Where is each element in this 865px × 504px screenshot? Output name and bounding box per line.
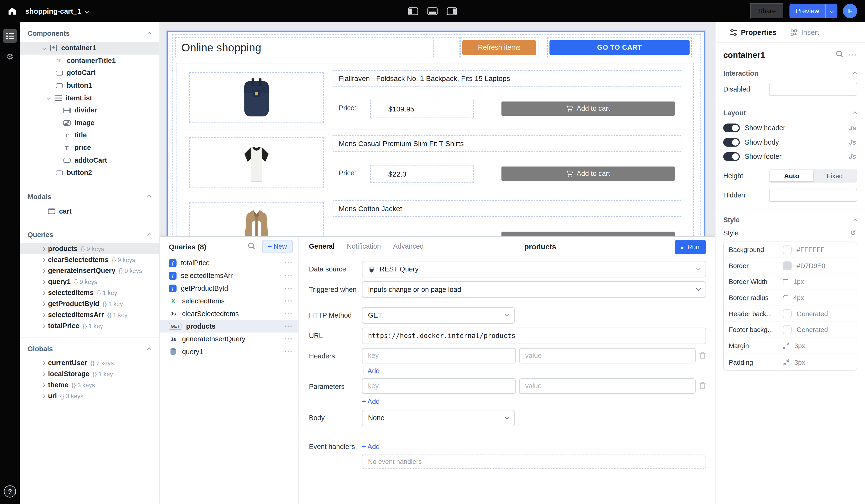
refresh-items-button[interactable]: Refresh items [462, 40, 536, 55]
js-binding-toggle[interactable]: Js [849, 138, 856, 146]
app-canvas[interactable]: Online shopping Refresh items GO TO CART [166, 31, 705, 236]
query-row-selectedItems[interactable]: selectedItems [160, 294, 298, 307]
disabled-input[interactable] [769, 83, 857, 96]
style-row-border[interactable]: Border #D7D9E0 [724, 258, 857, 274]
tree-item-button2[interactable]: button2 [20, 166, 160, 179]
list-item[interactable]: Mens Casual Premium Slim Fit T-Shirts Pr… [177, 135, 693, 200]
tree-item-title[interactable]: title [20, 129, 160, 142]
layout-section-header[interactable]: Layout [716, 104, 865, 121]
preview-button[interactable]: Preview [789, 4, 825, 18]
tab-advanced[interactable]: Advanced [393, 243, 424, 250]
widget-containerTitle1[interactable]: Online shopping [175, 37, 434, 57]
triggered-when-select[interactable]: Inputs change or on page load [362, 281, 706, 298]
list-item[interactable]: Fjallraven - Foldsack No. 1 Backpack, Fi… [177, 70, 693, 135]
tab-insert[interactable]: Insert [791, 28, 819, 36]
show-body-toggle[interactable] [723, 138, 740, 147]
query-row-selectedItemsArr[interactable]: selectedItemsArr [160, 269, 298, 282]
tree-item-itemList[interactable]: itemList [20, 92, 160, 104]
toggle-right-panel-icon[interactable] [447, 7, 457, 15]
widget-title[interactable]: Mens Casual Premium Slim Fit T-Shirts [333, 135, 681, 152]
add-header-link[interactable]: + Add [362, 367, 380, 375]
global-node-currentUser[interactable]: currentUser {} 7 keys [20, 358, 160, 368]
run-query-button[interactable]: Run [675, 240, 706, 255]
style-row-padding[interactable]: Padding 3px [724, 354, 857, 370]
tree-item-addtoCart[interactable]: addtoCart [20, 154, 160, 166]
add-parameter-link[interactable]: + Add [362, 398, 380, 405]
show-footer-toggle[interactable] [723, 152, 740, 161]
color-swatch[interactable] [783, 326, 792, 335]
query-node-products[interactable]: products {} 9 keys [20, 243, 160, 255]
preview-split-button[interactable]: Preview [789, 4, 838, 18]
widget-title[interactable]: Mens Cotton Jacket [333, 200, 681, 217]
style-row-margin[interactable]: Margin 3px [724, 338, 857, 354]
style-row-border-radius[interactable]: Border radius 4px [724, 290, 857, 306]
data-source-select[interactable]: REST Query [362, 261, 706, 278]
url-input[interactable] [362, 328, 706, 344]
tree-item-container1[interactable]: container1 [20, 42, 160, 54]
interaction-section-header[interactable]: Interaction [716, 65, 865, 81]
tab-properties[interactable]: Properties [730, 28, 776, 36]
tree-item-gotoCart[interactable]: gotoCart [20, 67, 160, 79]
header-value-input[interactable] [519, 348, 695, 363]
more-menu-icon[interactable] [285, 310, 293, 317]
more-menu-icon[interactable] [285, 259, 293, 267]
more-menu-icon[interactable] [285, 284, 293, 292]
query-row-products[interactable]: GET products [160, 320, 298, 333]
style-row-footer-background[interactable]: Footer backg... Generated [724, 322, 857, 338]
widget-image[interactable] [189, 72, 324, 123]
more-menu-icon[interactable] [285, 348, 293, 355]
global-node-url[interactable]: url {} 3 keys [20, 391, 160, 402]
js-binding-toggle[interactable]: Js [849, 153, 856, 161]
globals-section-header[interactable]: Globals [20, 337, 160, 358]
modals-section-header[interactable]: Modals [20, 185, 160, 205]
modal-item-cart[interactable]: cart [20, 205, 160, 218]
query-row-clearSelectedtems[interactable]: clearSelectedtems [160, 307, 298, 320]
tree-item-price[interactable]: price [20, 141, 160, 154]
go-to-cart-button[interactable]: GO TO CART [550, 40, 690, 55]
user-avatar[interactable]: F [843, 4, 857, 18]
widget-itemList[interactable]: Fjallraven - Foldsack No. 1 Backpack, Fi… [176, 63, 694, 236]
more-menu-icon[interactable] [285, 323, 293, 330]
more-menu-icon[interactable] [285, 272, 293, 279]
query-node-clearSelectedtems[interactable]: clearSelectedtems {} 9 keys [20, 255, 160, 266]
style-row-background[interactable]: Background #FFFFFF [724, 242, 857, 258]
color-swatch[interactable] [783, 246, 792, 255]
global-node-theme[interactable]: theme {} 3 keys [20, 379, 160, 391]
more-menu-icon[interactable] [285, 335, 293, 343]
queries-section-header[interactable]: Queries [20, 223, 160, 243]
body-select[interactable]: None [362, 410, 515, 426]
delete-row-icon[interactable] [699, 351, 706, 360]
toggle-bottom-panel-icon[interactable] [427, 7, 438, 15]
query-node-generateInsertQuery[interactable]: generateInsertQuery {} 9 keys [20, 266, 160, 277]
style-row-border-width[interactable]: Border Width 1px [724, 274, 857, 290]
color-swatch[interactable] [783, 261, 792, 270]
style-row-header-background[interactable]: Header back... Generated [724, 306, 857, 322]
add-to-cart-button[interactable]: Add to cart [501, 166, 675, 181]
parameter-value-input[interactable] [519, 378, 695, 394]
widget-title[interactable]: Fjallraven - Foldsack No. 1 Backpack, Fi… [333, 70, 681, 87]
query-row-getProductById[interactable]: getProductById [160, 282, 298, 294]
query-node-selectedItemsArr[interactable]: selectedItemsArr {} 1 key [20, 309, 160, 320]
query-node-totalPrice[interactable]: totalPrice {} 1 key [20, 320, 160, 331]
query-row-generateInsertQuery[interactable]: generateInsertQuery [160, 332, 298, 345]
list-item[interactable]: Mens Cotton Jacket Add to cart [177, 200, 693, 236]
js-binding-toggle[interactable]: Js [849, 124, 856, 132]
query-row-query1[interactable]: query1 [160, 345, 298, 358]
search-icon[interactable] [835, 50, 843, 60]
http-method-select[interactable]: GET [362, 307, 515, 324]
header-key-input[interactable] [362, 348, 516, 363]
tab-notification[interactable]: Notification [347, 243, 381, 250]
parameter-key-input[interactable] [362, 378, 516, 394]
tab-general[interactable]: General [309, 243, 335, 250]
preview-menu-button[interactable] [825, 4, 838, 18]
tree-item-image[interactable]: image [20, 117, 160, 129]
help-button[interactable] [4, 485, 16, 497]
tree-item-divider[interactable]: divider [20, 104, 160, 117]
widget-image[interactable] [189, 202, 324, 236]
components-section-header[interactable]: Components [20, 22, 160, 42]
add-event-handler-link[interactable]: + Add [362, 443, 380, 451]
height-fixed-option[interactable]: Fixed [813, 170, 856, 181]
home-icon[interactable] [5, 4, 19, 17]
tree-item-button1[interactable]: button1 [20, 79, 160, 92]
query-node-query1[interactable]: query1 {} 9 keys [20, 277, 160, 288]
